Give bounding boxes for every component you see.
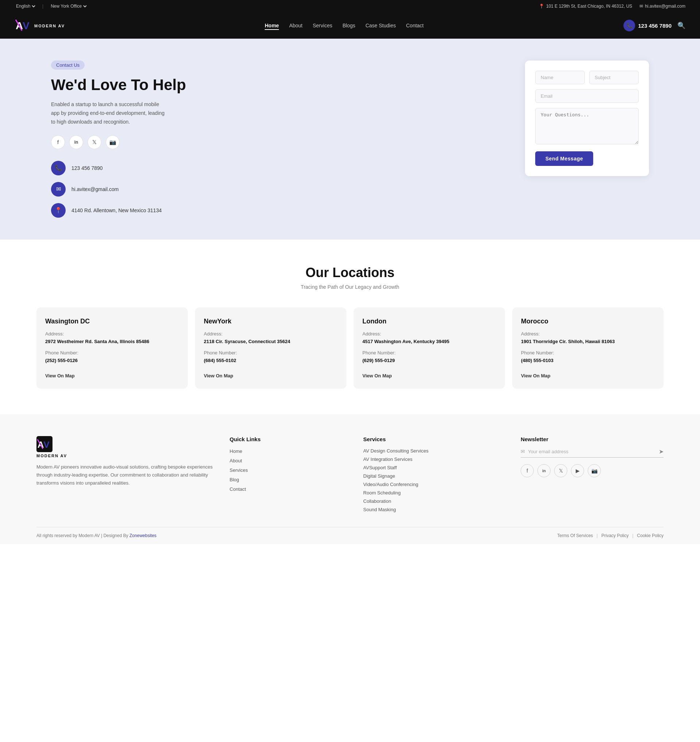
location-phone: (480) 555-0103 <box>521 357 655 364</box>
view-map-link[interactable]: View On Map <box>204 373 338 378</box>
view-map-link[interactable]: View On Map <box>521 373 655 378</box>
message-textarea[interactable] <box>535 108 639 144</box>
footer-quick-links: HomeAboutServicesBlogContact <box>230 448 349 492</box>
location-icon: 📍 <box>539 4 544 9</box>
contact-email-icon: ✉ <box>51 182 66 197</box>
footer: A V MODERN AV Modern AV pioneers innovat… <box>0 414 700 544</box>
locations-grid: Wasington DC Address: 2972 Westheimer Rd… <box>37 308 663 389</box>
header-email: ✉ hi.avitex@gmail.com <box>640 4 685 9</box>
office-select[interactable]: New York Office <box>49 3 88 9</box>
footer-services-title: Services <box>363 436 506 442</box>
phone-circle-icon: 📞 <box>624 20 635 31</box>
top-bar-right: 📍 101 E 129th St, East Chicago, IN 46312… <box>539 4 685 9</box>
footer-facebook-icon[interactable]: f <box>521 464 534 477</box>
subject-input[interactable] <box>589 71 639 84</box>
nav-about[interactable]: About <box>289 23 303 28</box>
privacy-link[interactable]: Privacy Policy <box>601 533 628 538</box>
footer-quick-link-item: About <box>230 458 349 464</box>
footer-quick-link[interactable]: Contact <box>230 486 246 492</box>
logo: A V MODERN AV <box>15 16 65 35</box>
newsletter-input[interactable] <box>528 449 656 454</box>
hero-left: Contact Us We'd Love To Help Enabled a s… <box>51 60 503 218</box>
footer-twitter-icon[interactable]: 𝕏 <box>554 464 567 477</box>
footer-about-col: A V MODERN AV Modern AV pioneers innovat… <box>37 436 215 512</box>
newsletter-input-wrap: ✉ ➤ <box>521 448 663 458</box>
footer-services-list: AV Design Consulting ServicesAV Integrat… <box>363 448 506 512</box>
contact-location-icon: 📍 <box>51 203 66 218</box>
facebook-icon[interactable]: f <box>51 135 65 149</box>
contact-info: 📞 123 456 7890 ✉ hi.avitex@gmail.com 📍 4… <box>51 161 503 218</box>
location-phone: (684) 555-0102 <box>204 357 338 364</box>
location-phone: (629) 555-0129 <box>362 357 496 364</box>
footer-quick-link-item: Home <box>230 448 349 454</box>
footer-quick-link-item: Contact <box>230 486 349 492</box>
footer-bottom: All rights reserved by Modern AV | Desig… <box>37 527 663 544</box>
footer-quick-links-title: Quick Links <box>230 436 349 442</box>
top-bar: English | New York Office 📍 101 E 129th … <box>0 0 700 12</box>
location-address-label: Address: <box>521 331 655 337</box>
nav-case-studies[interactable]: Case Studies <box>365 23 396 28</box>
location-card: NewYork Address: 2118 Cir. Syracuse, Con… <box>195 308 346 389</box>
logo-icon: A V <box>15 16 33 35</box>
location-phone-label: Phone Number: <box>362 350 496 355</box>
view-map-link[interactable]: View On Map <box>45 373 179 378</box>
locations-header: Our Locations Tracing the Path of Our Le… <box>37 265 663 290</box>
location-phone-label: Phone Number: <box>204 350 338 355</box>
footer-service-item: Sound Masking <box>363 507 506 512</box>
location-phone-label: Phone Number: <box>521 350 655 355</box>
nav-phone: 📞 123 456 7890 <box>624 20 672 31</box>
search-icon[interactable]: 🔍 <box>677 22 685 29</box>
language-select[interactable]: English <box>15 3 37 9</box>
linkedin-icon[interactable]: in <box>69 135 83 149</box>
footer-quick-link[interactable]: Blog <box>230 477 239 482</box>
svg-text:V: V <box>23 20 29 31</box>
logo-text: MODERN AV <box>34 24 65 28</box>
navbar: A V MODERN AV Home About Services Blogs … <box>0 12 700 39</box>
location-city: Morocco <box>521 318 655 325</box>
terms-link[interactable]: Terms Of Services <box>557 533 593 538</box>
footer-service-item: Digital Signage <box>363 473 506 479</box>
nav-blogs[interactable]: Blogs <box>342 23 355 28</box>
footer-youtube-icon[interactable]: ▶ <box>571 464 584 477</box>
twitter-icon[interactable]: 𝕏 <box>87 135 101 149</box>
footer-quick-link[interactable]: Home <box>230 449 243 454</box>
footer-quick-link-item: Blog <box>230 477 349 482</box>
footer-grid: A V MODERN AV Modern AV pioneers innovat… <box>37 436 663 527</box>
footer-instagram-icon[interactable]: 📷 <box>588 464 601 477</box>
nav-home[interactable]: Home <box>265 23 279 28</box>
footer-service-item: AV Design Consulting Services <box>363 448 506 453</box>
contact-email-text: hi.avitex@gmail.com <box>72 186 119 192</box>
send-message-button[interactable]: Send Message <box>535 151 593 166</box>
contact-phone-row: 📞 123 456 7890 <box>51 161 503 175</box>
nav-right: 📞 123 456 7890 🔍 <box>624 20 685 31</box>
contact-location-row: 📍 4140 Rd. Allentown, New Mexico 31134 <box>51 203 503 218</box>
footer-bottom-links: Terms Of Services | Privacy Policy | Coo… <box>557 533 663 538</box>
footer-quick-link[interactable]: About <box>230 458 242 464</box>
view-map-link[interactable]: View On Map <box>362 373 496 378</box>
location-address: 2972 Westheimer Rd. Santa Ana, Illinois … <box>45 338 179 345</box>
location-city: NewYork <box>204 318 338 325</box>
nav-services[interactable]: Services <box>313 23 332 28</box>
instagram-icon[interactable]: 📷 <box>106 135 119 149</box>
footer-services-col: Services AV Design Consulting ServicesAV… <box>363 436 506 512</box>
name-input[interactable] <box>535 71 585 84</box>
header-address: 📍 101 E 129th St, East Chicago, IN 46312… <box>539 4 632 9</box>
cookie-link[interactable]: Cookie Policy <box>637 533 663 538</box>
newsletter-send-icon[interactable]: ➤ <box>659 448 663 455</box>
nav-contact[interactable]: Contact <box>406 23 424 28</box>
email-icon: ✉ <box>640 4 643 9</box>
location-address: 1901 Thornridge Cir. Shiloh, Hawaii 8106… <box>521 338 655 345</box>
designer-link[interactable]: Zonewebsites <box>129 533 156 538</box>
contact-location-text: 4140 Rd. Allentown, New Mexico 31134 <box>72 208 162 213</box>
locations-section: Our Locations Tracing the Path of Our Le… <box>0 240 700 414</box>
footer-quick-link[interactable]: Services <box>230 467 248 473</box>
footer-service-item: AVSupport Staff <box>363 465 506 470</box>
top-bar-left: English | New York Office <box>15 3 88 9</box>
email-input[interactable] <box>535 89 639 103</box>
location-address: 4517 Washington Ave, Kentucky 39495 <box>362 338 496 345</box>
locations-title: Our Locations <box>37 265 663 280</box>
footer-linkedin-icon[interactable]: in <box>537 464 550 477</box>
svg-text:V: V <box>43 439 50 449</box>
contact-form: Send Message <box>525 60 649 176</box>
hero-description: Enabled a startup to launch a successful… <box>51 100 168 126</box>
